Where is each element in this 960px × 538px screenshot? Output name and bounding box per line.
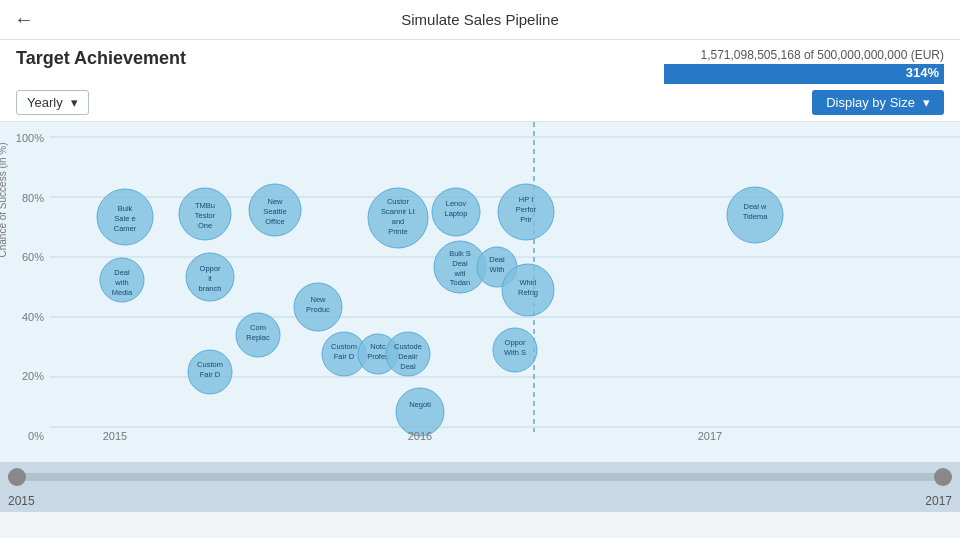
- svg-text:Negoti: Negoti: [409, 400, 431, 409]
- svg-text:HP I: HP I: [519, 195, 533, 204]
- svg-text:Whirl: Whirl: [519, 278, 536, 287]
- svg-text:Deal: Deal: [489, 255, 505, 264]
- yearly-label: Yearly: [27, 95, 63, 110]
- target-achievement-title: Target Achievement: [16, 48, 186, 69]
- svg-text:New: New: [267, 197, 283, 206]
- scroll-year-labels: 2015 2017: [0, 492, 960, 512]
- scrollbar-right-handle[interactable]: [934, 468, 952, 486]
- svg-text:branch: branch: [199, 284, 222, 293]
- svg-text:Refrig: Refrig: [518, 288, 538, 297]
- svg-text:One: One: [198, 221, 212, 230]
- chevron-down-icon: ▾: [923, 95, 930, 110]
- svg-text:2015: 2015: [103, 430, 127, 442]
- y-axis-title: Chance of Success (in %): [0, 142, 8, 257]
- svg-text:With: With: [490, 265, 505, 274]
- svg-text:Fair D: Fair D: [200, 370, 221, 379]
- progress-bar: 314%: [664, 64, 944, 84]
- svg-text:Printe: Printe: [388, 227, 408, 236]
- svg-text:Bulk S: Bulk S: [449, 249, 471, 258]
- svg-text:Seattle: Seattle: [263, 207, 286, 216]
- svg-text:2017: 2017: [698, 430, 722, 442]
- svg-text:Dealir: Dealir: [398, 352, 418, 361]
- svg-text:Deal: Deal: [400, 362, 416, 371]
- svg-text:Todan: Todan: [450, 278, 470, 287]
- svg-text:and: and: [392, 217, 405, 226]
- top-bar: Target Achievement 1,571,098,505,168 of …: [0, 40, 960, 122]
- svg-text:Office: Office: [265, 217, 284, 226]
- svg-text:TMBu: TMBu: [195, 201, 215, 210]
- bubble-chart: Bulk Sale e Camer TMBu Testor One New Se…: [50, 122, 960, 442]
- progress-percent: 314%: [906, 65, 939, 80]
- svg-text:witl: witl: [454, 269, 466, 278]
- scrollbar-area[interactable]: [0, 462, 960, 492]
- svg-text:Sale e: Sale e: [114, 214, 135, 223]
- back-button[interactable]: ←: [14, 8, 34, 31]
- y-label-100: 100%: [0, 132, 50, 144]
- yearly-dropdown[interactable]: Yearly ▾: [16, 90, 89, 115]
- progress-bar-fill: [664, 64, 944, 84]
- target-value-text: 1,571,098,505,168 of 500,000,000,000 (EU…: [664, 48, 944, 62]
- scrollbar-track[interactable]: [8, 473, 952, 481]
- svg-text:2016: 2016: [408, 430, 432, 442]
- svg-text:Custom: Custom: [197, 360, 223, 369]
- svg-text:Custode: Custode: [394, 342, 422, 351]
- svg-text:With S: With S: [504, 348, 526, 357]
- display-size-label: Display by Size: [826, 95, 915, 110]
- svg-text:Deal w: Deal w: [744, 202, 768, 211]
- svg-text:with: with: [114, 278, 128, 287]
- display-by-size-button[interactable]: Display by Size ▾: [812, 90, 944, 115]
- svg-text:Com: Com: [250, 323, 266, 332]
- svg-text:Replac: Replac: [246, 333, 270, 342]
- svg-text:Bulk: Bulk: [118, 204, 133, 213]
- svg-text:Produc: Produc: [306, 305, 330, 314]
- scroll-year-end: 2017: [925, 494, 952, 508]
- y-label-20: 20%: [0, 370, 50, 382]
- y-label-40: 40%: [0, 311, 50, 323]
- svg-text:Media: Media: [112, 288, 133, 297]
- scroll-year-start: 2015: [8, 494, 35, 508]
- svg-text:Perfor: Perfor: [516, 205, 537, 214]
- svg-text:Camer: Camer: [114, 224, 137, 233]
- target-value-block: 1,571,098,505,168 of 500,000,000,000 (EU…: [664, 48, 944, 84]
- header: ← Simulate Sales Pipeline: [0, 0, 960, 40]
- page-title: Simulate Sales Pipeline: [401, 11, 559, 28]
- y-label-60: 60%: [0, 251, 50, 263]
- svg-text:Custor: Custor: [387, 197, 410, 206]
- svg-text:Deal: Deal: [452, 259, 468, 268]
- y-label-0: 0%: [0, 430, 50, 442]
- svg-text:Deal: Deal: [114, 268, 130, 277]
- scrollbar-left-handle[interactable]: [8, 468, 26, 486]
- svg-text:Laptop: Laptop: [445, 209, 468, 218]
- chevron-down-icon: ▾: [71, 95, 78, 110]
- svg-text:Testor: Testor: [195, 211, 216, 220]
- svg-text:Oppor: Oppor: [505, 338, 526, 347]
- svg-text:New: New: [310, 295, 326, 304]
- svg-text:Fair D: Fair D: [334, 352, 355, 361]
- svg-text:Custom: Custom: [331, 342, 357, 351]
- svg-text:Prir: Prir: [520, 215, 532, 224]
- y-label-80: 80%: [0, 192, 50, 204]
- svg-text:Scannir Lt: Scannir Lt: [381, 207, 416, 216]
- svg-text:Notc: Notc: [370, 342, 386, 351]
- svg-point-62: [396, 388, 444, 436]
- svg-text:Lenov: Lenov: [446, 199, 467, 208]
- svg-text:Tidema: Tidema: [743, 212, 769, 221]
- svg-text:Oppor: Oppor: [200, 264, 221, 273]
- y-axis: 100% 80% 60% 40% 20% 0%: [0, 132, 50, 442]
- chart-area: 100% 80% 60% 40% 20% 0% Bulk Sale e Came…: [0, 122, 960, 462]
